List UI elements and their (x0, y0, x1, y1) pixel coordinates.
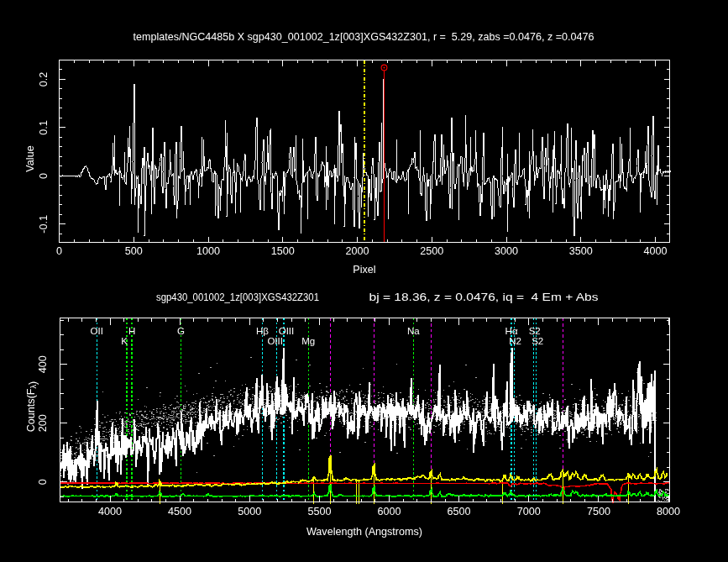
svg-text:5000: 5000 (238, 506, 261, 517)
svg-text:3500: 3500 (569, 245, 593, 257)
svg-text:1000: 1000 (196, 245, 220, 257)
svg-text:6000: 6000 (377, 506, 401, 517)
svg-text:H: H (128, 326, 135, 336)
svg-text:Hβ: Hβ (256, 326, 269, 336)
svg-text:0: 0 (56, 245, 62, 257)
svg-text:K: K (121, 336, 128, 346)
svg-text:4000: 4000 (98, 506, 122, 517)
svg-text:Value: Value (24, 145, 36, 171)
svg-text:OIII: OIII (267, 336, 283, 346)
svg-text:7000: 7000 (517, 506, 541, 517)
svg-text:2000: 2000 (345, 245, 369, 257)
svg-text:0: 0 (37, 479, 49, 485)
svg-text:7500: 7500 (587, 506, 610, 517)
svg-text:Pixel: Pixel (353, 264, 375, 276)
svg-text:Hα: Hα (505, 326, 518, 336)
svg-text:200: 200 (37, 414, 49, 432)
svg-text:OIII: OIII (279, 326, 295, 336)
svg-text:1500: 1500 (271, 245, 295, 257)
svg-text:6500: 6500 (448, 506, 471, 517)
svg-text:templates/NGC4485b X sgp430_00: templates/NGC4485b X sgp430_001002_1z[00… (134, 31, 594, 43)
svg-text:sgp430_001002_1z[003]XGS432Z30: sgp430_001002_1z[003]XGS432Z301 (156, 292, 319, 303)
svg-text:5500: 5500 (307, 506, 331, 517)
svg-text:4000: 4000 (643, 245, 667, 257)
svg-text:Wavelength (Angstroms): Wavelength (Angstroms) (306, 526, 422, 538)
svg-text:0.2: 0.2 (38, 72, 50, 87)
svg-text:Na: Na (407, 326, 420, 336)
svg-text:400: 400 (37, 355, 49, 373)
svg-text:2500: 2500 (420, 245, 443, 257)
svg-text:G: G (177, 326, 185, 336)
svg-text:S2: S2 (529, 326, 541, 336)
svg-text:N2: N2 (509, 336, 521, 346)
svg-text:OII: OII (91, 326, 103, 336)
svg-text:500: 500 (125, 245, 143, 257)
svg-text:0: 0 (38, 173, 50, 179)
svg-text:-0.1: -0.1 (38, 215, 50, 234)
svg-text:Counts(Fλ): Counts(Fλ) (25, 381, 39, 433)
svg-text:Mg: Mg (301, 336, 315, 346)
svg-text:S2: S2 (532, 336, 543, 346)
svg-text:3000: 3000 (495, 245, 518, 257)
svg-text:bj = 18.36, z = 0.0476, iq =: bj = 18.36, z = 0.0476, iq = 4 Em + Abs (369, 292, 599, 303)
svg-text:4500: 4500 (168, 506, 191, 517)
svg-text:0.1: 0.1 (38, 120, 50, 135)
svg-text:8000: 8000 (657, 506, 680, 517)
